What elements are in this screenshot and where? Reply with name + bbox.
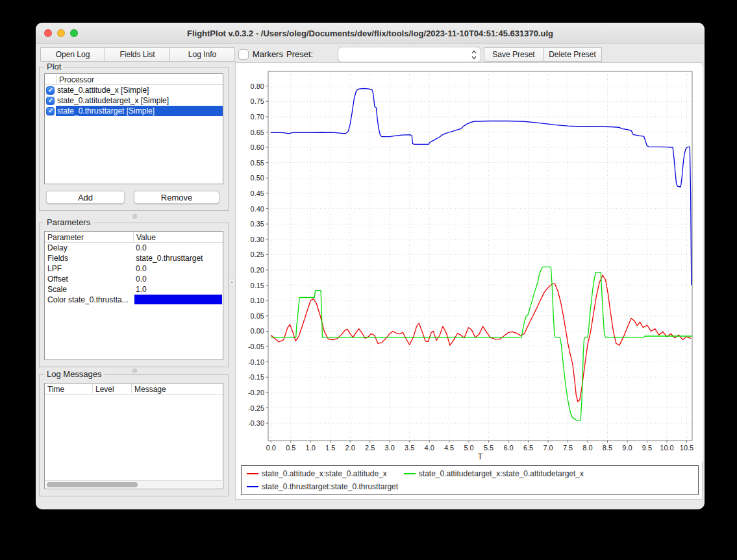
svg-text:0.15: 0.15 (251, 282, 264, 289)
green-line-swatch-icon (404, 473, 416, 474)
fields-list-button[interactable]: Fields List (105, 47, 170, 62)
svg-text:0.55: 0.55 (251, 159, 264, 167)
svg-text:5.0: 5.0 (464, 444, 473, 452)
svg-text:7.5: 7.5 (563, 444, 573, 452)
list-item-label: state_0.thrusttarget [Simple] (56, 106, 223, 116)
svg-text:-0.10: -0.10 (248, 358, 264, 366)
param-name: Delay (47, 243, 68, 252)
svg-text:4.5: 4.5 (444, 444, 454, 452)
log-messages-group: Log Messages Time Level Message (39, 374, 229, 496)
title-bar: FlightPlot v.0.3.2 - /Users/oleg/Documen… (36, 23, 705, 43)
svg-text:T: T (478, 452, 483, 461)
svg-text:5.5: 5.5 (484, 444, 493, 452)
parameters-table: Parameter Value Delay 0.0 Fields state_0… (44, 231, 223, 360)
svg-text:-0.25: -0.25 (248, 404, 264, 412)
svg-text:3.5: 3.5 (405, 444, 414, 452)
list-item-label: state_0.attitudetarget_x [Simple] (56, 95, 223, 106)
checkbox-checked-icon[interactable] (46, 86, 55, 95)
svg-text:2.0: 2.0 (345, 444, 355, 452)
horizontal-scrollbar[interactable] (45, 480, 222, 488)
flightplot-window: FlightPlot v.0.3.2 - /Users/oleg/Documen… (36, 23, 705, 509)
param-name: Color state_0.thrustta... (47, 295, 129, 304)
legend-label: state_0.thrusttarget:state_0.thrusttarge… (262, 482, 398, 491)
parameters-group-title: Parameters (44, 217, 93, 227)
legend-entry-attitude-x: state_0.attitude_x:state_0.attitude_x (247, 469, 387, 478)
svg-text:0.0: 0.0 (266, 444, 276, 452)
delete-preset-button[interactable]: Delete Preset (543, 47, 602, 62)
plot-series-list: Processor state_0.attitude_x [Simple] st… (44, 73, 223, 184)
table-row-scale: Scale 1.0 (45, 284, 223, 295)
plot-group-title: Plot (44, 62, 64, 71)
red-line-swatch-icon (247, 473, 258, 474)
table-row-color: Color state_0.thrustta... (45, 295, 223, 305)
table-row-offset: Offset 0.0 (45, 274, 223, 284)
markers-checkbox[interactable] (238, 49, 249, 60)
list-item-thrusttarget[interactable]: state_0.thrusttarget [Simple] (45, 106, 223, 116)
remove-button[interactable]: Remove (134, 191, 219, 204)
param-name: Offset (47, 274, 68, 284)
svg-text:0.80: 0.80 (251, 82, 264, 90)
param-name: Scale (47, 285, 67, 294)
svg-text:0.05: 0.05 (251, 312, 264, 320)
scrollbar-thumb[interactable] (47, 482, 138, 487)
svg-text:0.65: 0.65 (251, 128, 264, 136)
svg-text:8.0: 8.0 (582, 444, 592, 452)
svg-text:0.20: 0.20 (251, 266, 264, 274)
param-value[interactable]: 0.0 (136, 243, 147, 252)
blue-line-swatch-icon (247, 486, 258, 487)
chart-plot[interactable]: 0.00.51.01.52.02.53.03.54.04.55.05.56.06… (236, 66, 703, 462)
svg-text:0.00: 0.00 (251, 327, 264, 335)
legend-entry-attitudetarget-x: state_0.attitudetarget_x:state_0.attitud… (404, 469, 584, 478)
window-title: FlightPlot v.0.3.2 - /Users/oleg/Documen… (36, 23, 705, 43)
param-value[interactable]: state_0.thrusttarget (136, 254, 203, 263)
chart-legend: state_0.attitude_x:state_0.attitude_x st… (241, 465, 699, 495)
legend-label: state_0.attitudetarget_x:state_0.attitud… (419, 469, 584, 478)
preset-combobox[interactable] (338, 47, 481, 62)
list-item-attitude-x[interactable]: state_0.attitude_x [Simple] (45, 85, 223, 95)
param-name: LPF (47, 264, 62, 273)
checkbox-checked-icon[interactable] (46, 97, 55, 105)
log-messages-group-title: Log Messages (44, 369, 105, 379)
log-messages-table: Time Level Message (44, 383, 223, 489)
svg-text:0.60: 0.60 (251, 143, 264, 151)
horizontal-split-handle[interactable] (132, 369, 137, 373)
log-messages-table-header: Time Level Message (45, 383, 223, 395)
parameters-group: Parameters Parameter Value Delay 0.0 Fie… (39, 223, 229, 367)
horizontal-split-handle[interactable] (132, 214, 137, 219)
svg-text:0.5: 0.5 (286, 444, 295, 452)
svg-text:-0.30: -0.30 (248, 419, 264, 427)
vertical-split-handle[interactable] (229, 279, 235, 286)
svg-text:1.0: 1.0 (306, 444, 316, 452)
param-value[interactable]: 0.0 (136, 274, 147, 284)
svg-text:6.0: 6.0 (503, 444, 513, 452)
svg-text:10.0: 10.0 (660, 444, 673, 452)
open-log-button[interactable]: Open Log (40, 47, 105, 62)
combo-stepper-icon[interactable] (471, 49, 477, 60)
svg-text:0.45: 0.45 (251, 189, 264, 197)
legend-entry-thrusttarget: state_0.thrusttarget:state_0.thrusttarge… (247, 482, 398, 491)
svg-text:10.5: 10.5 (680, 444, 693, 452)
color-swatch[interactable] (134, 295, 222, 304)
legend-label: state_0.attitude_x:state_0.attitude_x (262, 469, 387, 478)
svg-text:9.5: 9.5 (642, 444, 652, 452)
table-row-lpf: LPF 0.0 (45, 263, 223, 274)
level-column-header: Level (95, 385, 114, 394)
param-value[interactable]: 1.0 (136, 285, 147, 294)
save-preset-button[interactable]: Save Preset (484, 47, 543, 62)
svg-text:0.75: 0.75 (251, 97, 264, 105)
svg-text:6.5: 6.5 (523, 444, 533, 452)
param-value[interactable]: 0.0 (136, 264, 147, 273)
svg-text:0.35: 0.35 (251, 220, 264, 228)
svg-text:-0.05: -0.05 (248, 343, 264, 350)
list-item-attitudetarget-x[interactable]: state_0.attitudetarget_x [Simple] (45, 95, 223, 106)
log-info-button[interactable]: Log Info (169, 47, 235, 62)
chart-panel: 0.00.51.01.52.02.53.03.54.04.55.05.56.06… (235, 62, 703, 500)
svg-text:0.70: 0.70 (251, 113, 264, 121)
svg-text:-0.20: -0.20 (248, 389, 264, 396)
add-button[interactable]: Add (46, 191, 125, 204)
plot-list-header: Processor (45, 74, 223, 85)
checkbox-checked-icon[interactable] (46, 107, 55, 116)
time-column-header: Time (47, 385, 64, 394)
svg-text:0.50: 0.50 (251, 174, 264, 182)
table-row-fields: Fields state_0.thrusttarget (45, 253, 223, 263)
